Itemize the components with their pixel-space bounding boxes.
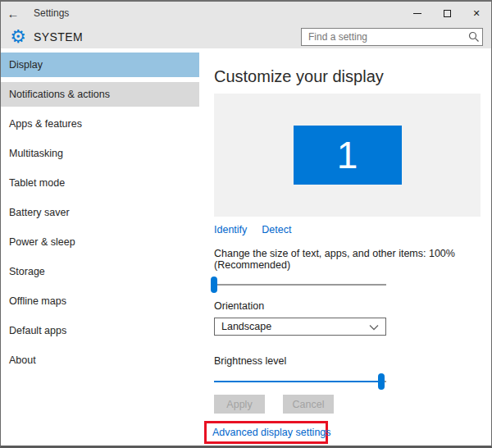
- annotation-highlight-box: Advanced display settings: [204, 421, 328, 444]
- maximize-button[interactable]: [432, 2, 462, 25]
- window-chrome: ← Settings ✕ ⚙ SYSTEM: [1, 2, 491, 48]
- window-title: Settings: [34, 7, 69, 19]
- search-icon[interactable]: [466, 31, 482, 43]
- scaling-slider[interactable]: [214, 277, 386, 293]
- search-input[interactable]: [302, 31, 466, 43]
- close-button[interactable]: ✕: [462, 2, 491, 25]
- brightness-slider[interactable]: [214, 373, 386, 390]
- page-title: Customize your display: [214, 66, 491, 86]
- sidebar-item-power-sleep[interactable]: Power & sleep: [1, 230, 199, 254]
- sidebar-item-tablet-mode[interactable]: Tablet mode: [1, 171, 199, 195]
- identify-link[interactable]: Identify: [214, 224, 247, 235]
- app-header: ⚙ SYSTEM: [1, 25, 491, 48]
- sidebar-item-notifications-actions[interactable]: Notifications & actions: [1, 82, 199, 107]
- gear-icon: ⚙: [6, 28, 30, 46]
- window-body: Display Notifications & actions Apps & f…: [1, 48, 491, 447]
- brightness-label: Brightness level: [214, 355, 491, 367]
- minimize-icon: [413, 13, 421, 14]
- back-button[interactable]: ←: [1, 7, 25, 21]
- monitor-preview[interactable]: 1: [294, 126, 402, 185]
- sidebar-item-multitasking[interactable]: Multitasking: [1, 141, 199, 166]
- sidebar-item-about[interactable]: About: [1, 348, 199, 373]
- monitor-number: 1: [337, 133, 358, 177]
- orientation-label: Orientation: [214, 300, 491, 312]
- orientation-dropdown[interactable]: Landscape: [214, 318, 386, 336]
- close-icon: ✕: [472, 8, 480, 19]
- scaling-label: Change the size of text, apps, and other…: [214, 248, 460, 271]
- search-box[interactable]: [301, 28, 483, 46]
- brightness-slider-track[interactable]: [214, 381, 386, 382]
- maximize-icon: [444, 10, 451, 17]
- cancel-button[interactable]: Cancel: [283, 395, 334, 414]
- display-settings-panel: Customize your display 1 Identify Detect…: [199, 48, 491, 447]
- sidebar-item-storage[interactable]: Storage: [1, 259, 199, 284]
- minimize-button[interactable]: [403, 2, 432, 25]
- display-preview-panel: 1: [214, 94, 481, 217]
- sidebar: Display Notifications & actions Apps & f…: [1, 48, 199, 447]
- advanced-display-settings-link[interactable]: Advanced display settings: [212, 427, 331, 438]
- orientation-value: Landscape: [221, 321, 369, 332]
- chevron-down-icon: [369, 319, 379, 334]
- settings-window: ← Settings ✕ ⚙ SYSTEM: [0, 0, 492, 448]
- apply-button[interactable]: Apply: [214, 395, 265, 414]
- scaling-slider-thumb[interactable]: [211, 277, 217, 293]
- detect-link[interactable]: Detect: [262, 224, 291, 235]
- window-controls: ✕: [403, 2, 491, 25]
- sidebar-item-default-apps[interactable]: Default apps: [1, 318, 199, 343]
- back-arrow-icon: ←: [7, 7, 20, 21]
- section-title: SYSTEM: [34, 30, 83, 43]
- sidebar-item-display[interactable]: Display: [1, 53, 199, 77]
- sidebar-item-apps-features[interactable]: Apps & features: [1, 112, 199, 136]
- scaling-slider-track[interactable]: [214, 284, 386, 286]
- sidebar-item-offline-maps[interactable]: Offline maps: [1, 289, 199, 313]
- sidebar-item-battery-saver[interactable]: Battery saver: [1, 200, 199, 225]
- brightness-slider-thumb[interactable]: [378, 373, 385, 390]
- action-buttons: Apply Cancel: [214, 395, 491, 414]
- identify-detect-row: Identify Detect: [214, 224, 491, 235]
- titlebar: ← Settings ✕: [1, 2, 491, 25]
